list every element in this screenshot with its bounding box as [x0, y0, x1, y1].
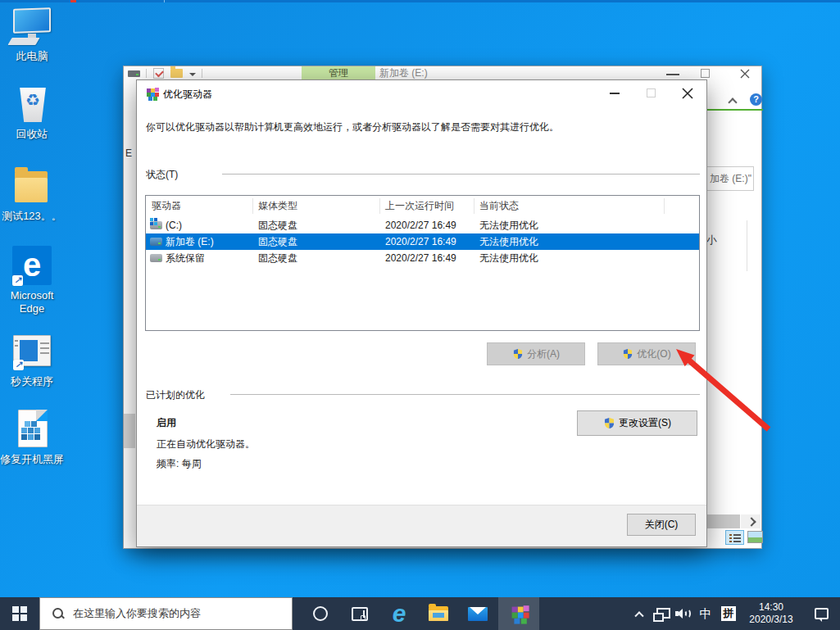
close-icon[interactable]	[738, 67, 751, 80]
maximize-icon	[647, 88, 656, 97]
close-button-label: 关闭(C)	[645, 518, 679, 532]
table-header[interactable]: 驱动器 媒体类型 上一次运行时间 当前状态	[146, 196, 699, 216]
tab-manage[interactable]: 管理	[302, 66, 375, 80]
app-window-icon: ↗	[0, 332, 64, 373]
tray-clock[interactable]: 14:30 2020/3/13	[741, 597, 801, 630]
taskbar-search-input[interactable]: 在这里输入你要搜索的内容	[39, 597, 293, 630]
desktop-icon-recycle-bin[interactable]: ♻ 回收站	[0, 84, 64, 141]
system-drive-icon	[150, 221, 162, 229]
volume-icon	[675, 607, 692, 620]
clock-date: 2020/3/13	[749, 614, 792, 626]
column-header[interactable]: 上一次运行时间	[385, 196, 454, 216]
uac-shield-icon	[603, 417, 615, 429]
tray-network-button[interactable]	[649, 597, 672, 630]
close-button[interactable]	[670, 80, 706, 105]
address-progress-bar	[707, 109, 763, 111]
this-pc-icon	[0, 7, 64, 48]
table-row-e-drive-selected[interactable]: 新加卷 (E:) 固态硬盘 2020/2/27 16:49 无法使用优化	[146, 233, 699, 250]
desktop-icon-this-pc[interactable]: 此电脑	[0, 7, 64, 63]
drive-icon	[128, 70, 140, 77]
taskbar-mail-button[interactable]	[459, 597, 497, 630]
chevron-up-icon	[634, 611, 643, 620]
drive-name: 新加卷 (E:)	[166, 233, 214, 250]
ime-mode-badge: 拼	[721, 606, 736, 621]
desktop-icon-edge[interactable]: e↗ Microsoft Edge	[0, 246, 64, 315]
background-window-sliver	[0, 0, 840, 2]
dialog-footer	[137, 505, 706, 546]
tray-ime-language[interactable]: 中	[695, 597, 716, 630]
divider	[222, 174, 700, 174]
action-center-button[interactable]	[805, 597, 838, 630]
help-icon[interactable]: ?	[750, 93, 762, 106]
icon-label: 秒关程序	[0, 375, 64, 388]
status-section-label: 状态(T)	[146, 168, 178, 182]
last-run: 2020/2/27 16:49	[385, 233, 456, 250]
nav-pane-fragment	[124, 414, 135, 448]
thumbnail-view-button[interactable]	[747, 531, 763, 543]
scroll-right-button[interactable]	[741, 514, 761, 528]
network-icon	[653, 608, 668, 619]
icon-label: 测试123。。	[0, 210, 64, 223]
minimize-icon[interactable]	[666, 74, 679, 75]
details-view-button[interactable]	[725, 530, 744, 545]
drive-name: (C:)	[166, 217, 182, 233]
table-row-system-reserved[interactable]: 系统保留 固态硬盘 2020/2/27 16:49 无法使用优化	[146, 250, 699, 266]
action-center-icon	[815, 608, 829, 619]
task-view-button[interactable]	[341, 597, 379, 630]
minimize-icon	[610, 93, 620, 94]
column-divider	[747, 220, 747, 271]
change-settings-button[interactable]: 更改设置(S)	[577, 410, 697, 436]
windows-logo-icon	[12, 606, 27, 621]
collapse-ribbon-icon[interactable]	[728, 97, 737, 107]
drive-icon	[150, 254, 162, 262]
media-type: 固态硬盘	[258, 233, 297, 250]
desktop: 此电脑 ♻ 回收站 测试123。。 e↗ Microsoft Edge ↗ 秒关…	[0, 0, 840, 630]
media-type: 固态硬盘	[258, 217, 297, 233]
cortana-button[interactable]	[302, 597, 339, 630]
taskbar-edge-button[interactable]: e	[380, 597, 418, 630]
auto-optimize-text: 正在自动优化驱动器。	[157, 437, 255, 451]
desktop-icon-test-folder[interactable]: 测试123。。	[0, 166, 64, 223]
optimize-button: 优化(O)	[597, 342, 696, 365]
divider	[252, 198, 253, 214]
defrag-icon	[510, 605, 528, 623]
close-dialog-button[interactable]: 关闭(C)	[627, 514, 696, 536]
taskbar-defrag-button-active[interactable]	[498, 597, 539, 630]
minimize-button[interactable]	[596, 80, 633, 105]
start-button[interactable]	[0, 597, 39, 630]
analyze-button: 分析(A)	[487, 342, 585, 365]
folder-icon	[0, 166, 64, 207]
drives-table[interactable]: 驱动器 媒体类型 上一次运行时间 当前状态 (C:) 固态硬盘 2020/2/2…	[145, 195, 700, 331]
new-folder-icon[interactable]	[170, 69, 183, 78]
search-box-fragment[interactable]: 加卷 (E:)"	[706, 166, 754, 191]
maximize-icon[interactable]	[701, 69, 710, 78]
analyze-button-label: 分析(A)	[527, 347, 560, 361]
tray-ime-mode[interactable]: 拼	[718, 597, 739, 630]
dialog-description: 你可以优化驱动器以帮助计算机更高效地运行，或者分析驱动器以了解是否需要对其进行优…	[146, 120, 695, 134]
properties-check-icon[interactable]	[153, 68, 164, 79]
search-placeholder: 在这里输入你要搜索的内容	[73, 606, 201, 621]
table-row-c-drive[interactable]: (C:) 固态硬盘 2020/2/27 16:49 无法使用优化	[146, 217, 699, 233]
current-status: 无法使用优化	[479, 217, 538, 233]
current-status: 无法使用优化	[479, 233, 538, 250]
divider	[164, 0, 165, 2]
column-header[interactable]: 当前状态	[479, 196, 519, 216]
tray-volume-button[interactable]	[672, 597, 695, 630]
cortana-icon	[313, 606, 328, 621]
dialog-title: 优化驱动器	[163, 88, 212, 102]
explorer-titlebar[interactable]: 管理 新加卷 (E:)	[124, 66, 761, 80]
column-header[interactable]: 媒体类型	[258, 196, 297, 216]
divider	[146, 69, 147, 78]
taskbar-explorer-button[interactable]	[420, 597, 457, 630]
optimize-button-label: 优化(O)	[637, 347, 670, 361]
chevron-down-icon[interactable]	[189, 73, 196, 79]
current-status: 无法使用优化	[479, 250, 538, 266]
search-icon	[52, 607, 65, 620]
desktop-icon-fix-black-screen[interactable]: 修复开机黑屏	[0, 410, 64, 466]
task-view-icon	[352, 607, 368, 621]
column-header[interactable]: 驱动器	[152, 196, 181, 216]
dialog-titlebar[interactable]: 优化驱动器	[137, 80, 706, 106]
edge-icon: e	[393, 600, 406, 628]
desktop-icon-quick-close-app[interactable]: ↗ 秒关程序	[0, 332, 64, 388]
tray-show-hidden-icons[interactable]	[629, 597, 649, 630]
